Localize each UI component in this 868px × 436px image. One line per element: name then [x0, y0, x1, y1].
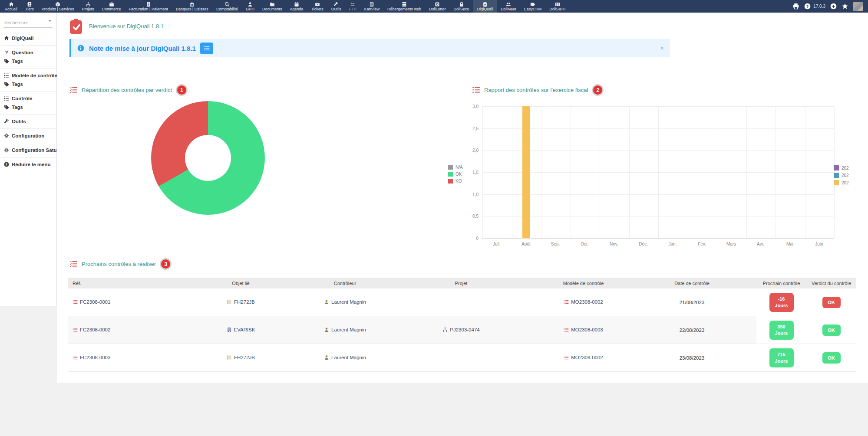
sidebar-item-mod-le-de-contr-le[interactable]: Modèle de contrôle	[0, 71, 56, 80]
next-control-badge: 715Jours	[769, 348, 794, 367]
nav-item-grh[interactable]: GRH	[242, 0, 258, 13]
update-note-banner: Note de mise à jour DigiQuali 1.8.1 ×	[69, 39, 670, 57]
nav-item-easycrm[interactable]: EasyCRM	[520, 0, 546, 13]
sidebar-item-outils[interactable]: Outils	[0, 117, 56, 126]
sidebar-item-label: Réduire le menu	[12, 162, 50, 167]
nav-item-dolimeet[interactable]: DoliMeet	[497, 0, 520, 13]
nav-item-commerce[interactable]: Commerce	[98, 0, 125, 13]
next-control-badge: 350Jours	[769, 321, 794, 340]
link-laurent-magnin[interactable]: Laurent Magnin	[324, 299, 366, 305]
cell-label: FC2308-0001	[80, 299, 110, 305]
sidebar-item-configuration[interactable]: Configuration	[0, 131, 56, 140]
nav-item-digiquali[interactable]: DigiQuali	[473, 0, 497, 13]
caret-down-icon[interactable]: ▼	[48, 19, 52, 23]
nav-item-comptabilit[interactable]: Comptabilité	[212, 0, 242, 13]
search-input[interactable]	[3, 20, 47, 26]
verdict-badge: OK	[822, 352, 841, 364]
nav-item-label: DoliLetter	[429, 7, 446, 11]
star-icon[interactable]	[842, 3, 848, 10]
sidebar-item-label: DigiQuali	[12, 36, 33, 41]
column-header-contr-leur[interactable]: Contrôleur	[307, 278, 383, 288]
nav-item-kanview[interactable]: KanView	[360, 0, 383, 13]
nav-item-projets[interactable]: Projets	[78, 0, 98, 13]
sidebar-item-configuration-saturne[interactable]: Configuration Saturne	[0, 146, 56, 154]
nav-item-label: Agenda	[290, 7, 303, 11]
column-header-r-f[interactable]: Réf.	[68, 278, 175, 288]
column-header-mod-le-de-contr-le[interactable]: Modèle de contrôle	[539, 278, 627, 288]
nav-item-banques-caisses[interactable]: Banques | Caisses	[172, 0, 212, 13]
link-mo2308-0002[interactable]: MO2308-0002	[564, 355, 603, 360]
sidebar-item-tags[interactable]: Tags	[0, 57, 56, 66]
cell-label: MO2308-0002	[571, 299, 603, 305]
help-icon[interactable]: ?	[804, 3, 811, 10]
bar-ao-t	[522, 106, 530, 238]
nav-item-agenda[interactable]: Agenda	[286, 0, 307, 13]
next-control-days: -16	[778, 296, 785, 302]
nav-item-dolisecu[interactable]: DoliSecu	[450, 0, 473, 13]
info-icon	[77, 45, 84, 52]
link-evarisk[interactable]: EVARISK	[227, 327, 255, 332]
link-fc2308-0001[interactable]: FC2308-0001	[73, 299, 110, 305]
section-verdict-header: Répartition des contrôles par verdict 1	[69, 84, 188, 96]
welcome-message: Bienvenue sur DigiQuali 1.8.1	[89, 23, 164, 30]
column-header-verdict-du-contr-le[interactable]: Verdict du contrôle	[806, 278, 856, 288]
sidebar-item-tags[interactable]: Tags	[0, 80, 56, 89]
link-fc2308-0003[interactable]: FC2308-0003	[73, 355, 110, 360]
nav-item-produits-services[interactable]: Produits | Services	[38, 0, 78, 13]
nav-item-facturation-paiement[interactable]: Facturation | Paiement	[125, 0, 172, 13]
tag-icon	[4, 105, 9, 110]
link-fh272jb[interactable]: FH272JB	[227, 355, 255, 360]
link-mo2308-0003[interactable]: MO2308-0003	[564, 327, 603, 332]
nav-item-documents[interactable]: Documents	[258, 0, 286, 13]
legend-swatch	[448, 179, 453, 184]
sidebar-item-r-duire-le-menu[interactable]: Réduire le menu	[0, 160, 56, 169]
sidebar-item-question[interactable]: ?Question	[0, 48, 56, 57]
gridline-horizontal	[482, 194, 834, 195]
checklist-icon	[69, 86, 78, 93]
link-fh272jb[interactable]: FH272JB	[227, 299, 255, 305]
column-header-objet-li[interactable]: Objet lié	[175, 278, 307, 288]
sidebar-group: Modèle de contrôleTags	[0, 68, 56, 91]
link-laurent-magnin[interactable]: Laurent Magnin	[324, 355, 366, 360]
column-header-projet[interactable]: Projet	[383, 278, 539, 288]
link-laurent-magnin[interactable]: Laurent Magnin	[324, 327, 366, 332]
sidebar-item-label: Tags	[12, 105, 23, 110]
link-fc2308-0002[interactable]: FC2308-0002	[73, 327, 110, 332]
fiscal-bar-chart	[482, 106, 834, 239]
gear-icon	[4, 133, 9, 138]
nav-item-tickets[interactable]: Tickets	[307, 0, 327, 13]
nav-item-label: DoliMeet	[501, 7, 516, 11]
barcode-icon	[227, 299, 232, 305]
legend-item-ko: KO	[448, 179, 463, 184]
column-header-prochain-contr-le[interactable]: Prochain contrôle	[756, 278, 806, 288]
nav-item-dolisirh[interactable]: DoliSIRH	[545, 0, 569, 13]
sidebar-item-contr-le[interactable]: Contrôle	[0, 94, 56, 103]
link-pj2303-0474[interactable]: PJ2303-0474	[442, 327, 479, 332]
checklist-icon	[69, 260, 78, 267]
column-header-date-de-contr-le[interactable]: Date de contrôle	[627, 278, 756, 288]
navbar-modules: AccueilTiersProduits | ServicesProjetsCo…	[0, 0, 569, 13]
question-icon: ?	[4, 50, 9, 55]
nav-item-doliletter[interactable]: DoliLetter	[425, 0, 450, 13]
nav-item-tiers[interactable]: Tiers	[21, 0, 38, 13]
sidebar-group: ?QuestionTags	[0, 45, 56, 68]
bar-chart-legend: 202202202	[834, 165, 849, 185]
cell-label: FC2308-0002	[80, 327, 110, 332]
banner-list-button[interactable]	[200, 43, 213, 54]
close-icon[interactable]: ×	[660, 45, 664, 51]
printer-icon[interactable]	[792, 3, 799, 10]
nav-item-label: Comptabilité	[216, 7, 238, 11]
user-avatar[interactable]	[853, 2, 863, 11]
plus-circle-icon[interactable]	[830, 3, 837, 10]
link-mo2308-0002[interactable]: MO2308-0002	[564, 299, 603, 305]
nav-item-ftp[interactable]: FTP	[345, 0, 360, 13]
next-control-unit: Jours	[775, 330, 788, 336]
building-icon	[227, 327, 232, 332]
sidebar-group: ContrôleTags	[0, 91, 56, 114]
nav-item-h-bergements-web[interactable]: Hébergements web	[383, 0, 425, 13]
nav-item-outils[interactable]: Outils	[327, 0, 345, 13]
nav-item-accueil[interactable]: Accueil	[1, 0, 21, 13]
list-icon	[204, 46, 210, 51]
sidebar-item-digiquali[interactable]: DigiQuali	[0, 34, 56, 43]
sidebar-item-tags[interactable]: Tags	[0, 103, 56, 111]
